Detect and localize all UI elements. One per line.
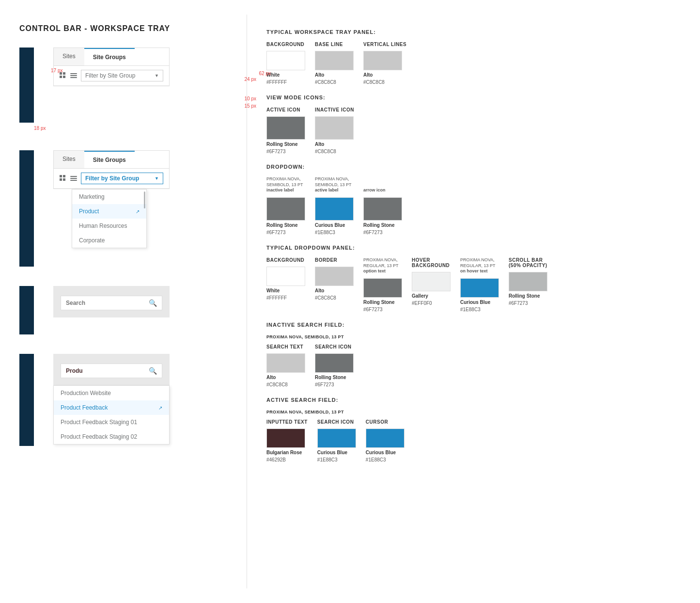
inactive-search-colors-grid: search text Alto #C8C8C8 search icon Rol… bbox=[266, 344, 681, 387]
as-text-label: inputted text bbox=[266, 419, 308, 425]
dp-hover-bg-label: hoverbackground bbox=[412, 257, 451, 268]
search-field-active[interactable]: 🔍 bbox=[61, 364, 162, 378]
dropdown-menu: Marketing Product ↗ Human Resources Corp… bbox=[72, 189, 147, 248]
dp-hover-text-item: PROXIMA NOVA,REGULAR, 13 PTon hover text… bbox=[460, 257, 499, 312]
dp-hover-text-swatch bbox=[460, 278, 499, 298]
scrollbar-indicator bbox=[144, 191, 145, 208]
dropdown-item-hr[interactable]: Human Resources bbox=[72, 219, 146, 233]
as-icon-label: search icon bbox=[317, 419, 356, 425]
is-text-swatch bbox=[266, 353, 305, 373]
filter-dropdown-active[interactable]: Filter by Site Group ▼ bbox=[81, 173, 163, 184]
search-input-active[interactable] bbox=[66, 367, 149, 374]
dp-option-item: PROXIMA NOVA,REGULAR, 13 PToption text R… bbox=[363, 257, 402, 312]
tab-site-groups-2[interactable]: Site Groups bbox=[84, 151, 135, 168]
dp-border-swatch bbox=[315, 267, 354, 286]
search-icon-inactive: 🔍 bbox=[149, 299, 157, 307]
baseline-label: base line bbox=[315, 42, 354, 47]
as-cursor-item: cursor Curious Blue #1E88C3 bbox=[366, 419, 404, 462]
dp-scrollbar-label: scroll bar(50% opacity) bbox=[509, 257, 547, 268]
dp-border-item: border Alto #C8C8C8 bbox=[315, 257, 354, 312]
tray-section-1: Sites Site Groups bbox=[19, 48, 227, 131]
inactive-icon-item: inactive icon Alto #C8C8C8 bbox=[315, 107, 354, 154]
inactive-search-section: INACTIVE SEARCH FIELD: PROXIMA NOVA, SEM… bbox=[266, 322, 681, 387]
bg-color-item: background White #FFFFFF bbox=[266, 42, 305, 85]
annotation-15px: 15 px bbox=[245, 103, 256, 109]
result-product-feedback-s02[interactable]: Product Feedback Staging 02 bbox=[54, 429, 169, 444]
tray-section-2: Sites Site Groups bbox=[19, 150, 227, 267]
search-active-area: 🔍 Production Website Product Feedback ↗ … bbox=[53, 354, 227, 446]
cursor-pointer: ↗ bbox=[136, 209, 140, 214]
dp-option-swatch bbox=[363, 278, 402, 298]
inactive-icon-swatch bbox=[315, 116, 354, 140]
search-active-bg: 🔍 bbox=[53, 354, 170, 385]
dp-scrollbar-item: scroll bar(50% opacity) Rolling Stone #6… bbox=[509, 257, 547, 312]
search-field-inactive[interactable]: 🔍 bbox=[61, 296, 162, 310]
result-production-website[interactable]: Production Website bbox=[54, 386, 169, 400]
dropdown-inactive-swatch bbox=[266, 197, 305, 221]
dp-bg-swatch bbox=[266, 267, 305, 286]
tray-section-3: 🔍 bbox=[19, 286, 227, 334]
page-container: CONTROL BAR - WORKSPACE TRAY Sites Site … bbox=[0, 0, 700, 603]
dropdown-item-product[interactable]: Product ↗ bbox=[72, 204, 146, 219]
is-text-item: search text Alto #C8C8C8 bbox=[266, 344, 305, 387]
tab-site-groups-1[interactable]: Site Groups bbox=[84, 48, 135, 65]
search-inactive-bg: 🔍 bbox=[53, 286, 170, 317]
search-results-panel: Production Website Product Feedback ↗ Pr… bbox=[53, 385, 170, 444]
list-icon-1[interactable] bbox=[70, 72, 77, 79]
active-icon-label: active icon bbox=[266, 107, 305, 112]
result-product-feedback[interactable]: Product Feedback ↗ bbox=[54, 400, 169, 415]
inactive-search-font-label: PROXIMA NOVA, SEMIBOLD, 13 PT bbox=[266, 334, 681, 339]
baseline-color-item: base line Alto #C8C8C8 bbox=[315, 42, 354, 85]
tray-row-1: Sites Site Groups bbox=[19, 48, 227, 123]
annotation-18px: 18 px bbox=[34, 126, 227, 131]
sidebar-bar-3 bbox=[19, 286, 34, 334]
tab-sites-2[interactable]: Sites bbox=[54, 151, 84, 168]
sidebar-bar-4 bbox=[19, 354, 34, 446]
dropdown-colors-grid: PROXIMA NOVA,SEMIBOLD, 13 PTinactive lab… bbox=[266, 176, 681, 235]
hover-cursor: ↗ bbox=[158, 405, 162, 411]
vlines-swatch bbox=[363, 51, 402, 70]
list-icon-2[interactable] bbox=[70, 175, 77, 182]
active-search-colors-grid: inputted text Bulgarian Rose #46292B sea… bbox=[266, 419, 681, 462]
annotation-17px: 17 px bbox=[51, 68, 62, 73]
tray-content-2: Sites Site Groups bbox=[53, 150, 170, 267]
dropdown-panel-colors-grid: background White #FFFFFF border Alto #C8… bbox=[266, 257, 681, 312]
view-mode-section: VIEW MODE ICONS: active icon Rolling Sto… bbox=[266, 95, 681, 154]
tray-panel-1: Sites Site Groups bbox=[53, 48, 170, 86]
page-title: CONTROL BAR - WORKSPACE TRAY bbox=[19, 24, 227, 33]
active-icon-item: active icon Rolling Stone #6F7273 bbox=[266, 107, 305, 154]
dropdown-section: DROPDOWN: PROXIMA NOVA,SEMIBOLD, 13 PTin… bbox=[266, 164, 681, 235]
search-input-inactive[interactable] bbox=[66, 300, 149, 306]
dropdown-active-label-item: PROXIMA NOVA,SEMIBOLD, 13 PTactive label… bbox=[315, 176, 354, 235]
dp-bg-label: background bbox=[266, 257, 305, 263]
active-search-font-label: PROXIMA NOVA, SEMIBOLD, 13 PT bbox=[266, 410, 681, 414]
is-icon-item: search icon Rolling Stone #6F7273 bbox=[315, 344, 354, 387]
tray-tabs-1: Sites Site Groups bbox=[54, 48, 169, 66]
grid-icon-2[interactable] bbox=[60, 175, 66, 182]
dropdown-item-corporate[interactable]: Corporate bbox=[72, 233, 146, 248]
dropdown-arrow-swatch bbox=[363, 197, 402, 221]
sidebar-bar-2 bbox=[19, 150, 34, 267]
vlines-label: vertical lines bbox=[363, 42, 406, 47]
tray-tabs-2: Sites Site Groups bbox=[54, 151, 169, 169]
filter-dropdown-1[interactable]: Filter by Site Group ▼ bbox=[81, 70, 163, 81]
left-panel: CONTROL BAR - WORKSPACE TRAY Sites Site … bbox=[0, 15, 247, 588]
grid-icon-1[interactable] bbox=[60, 72, 66, 79]
result-product-feedback-s01[interactable]: Product Feedback Staging 01 bbox=[54, 415, 169, 429]
vlines-color-item: vertical lines Alto #C8C8C8 bbox=[363, 42, 406, 85]
tray-section-4: 🔍 Production Website Product Feedback ↗ … bbox=[19, 354, 227, 446]
search-icon-active: 🔍 bbox=[149, 367, 157, 375]
dropdown-panel-section: TYPICAL DROPDOWN PANEL: background White… bbox=[266, 245, 681, 312]
active-search-section: ACTIVE SEARCH FIELD: PROXIMA NOVA, SEMIB… bbox=[266, 397, 681, 462]
dropdown-item-marketing[interactable]: Marketing bbox=[72, 190, 146, 204]
is-icon-label: search icon bbox=[315, 344, 354, 349]
tab-sites-1[interactable]: Sites bbox=[54, 48, 84, 65]
view-mode-title: VIEW MODE ICONS: bbox=[266, 95, 681, 100]
as-text-item: inputted text Bulgarian Rose #46292B bbox=[266, 419, 308, 462]
tray-toolbar-1: Filter by Site Group ▼ bbox=[54, 66, 169, 86]
tray-panel-2: Sites Site Groups bbox=[53, 150, 170, 189]
dropdown-title: DROPDOWN: bbox=[266, 164, 681, 170]
dp-hover-bg-swatch bbox=[412, 272, 451, 291]
annotation-62px: 62 px bbox=[259, 71, 271, 76]
right-panel: TYPICAL WORKSPACE TRAY PANEL: background… bbox=[247, 15, 700, 588]
